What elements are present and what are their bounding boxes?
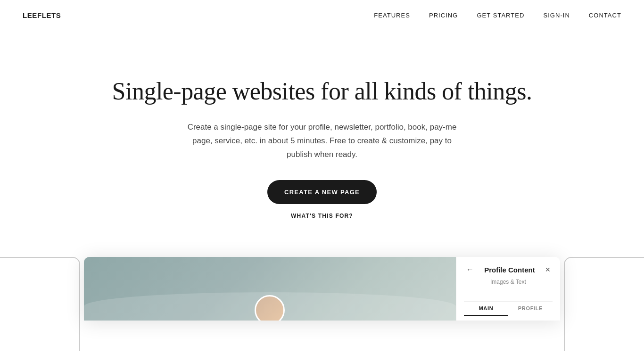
panel-back-button[interactable]: ← xyxy=(464,263,476,276)
hero-title: Single-page websites for all kinds of th… xyxy=(112,77,532,106)
nav-item-features[interactable]: FEATURES xyxy=(374,11,410,19)
panel-header: ← Profile Content ✕ xyxy=(464,263,553,276)
hero-section: Single-page websites for all kinds of th… xyxy=(0,30,644,247)
panel-subtitle: Images & Text xyxy=(490,279,526,285)
main-nav: LEEFLETS FEATURES PRICING GET STARTED SI… xyxy=(0,0,644,30)
panel-title: Profile Content xyxy=(476,266,543,274)
frame-right xyxy=(564,257,644,351)
whats-this-for-link[interactable]: WHAT'S THIS FOR? xyxy=(291,213,353,219)
avatar xyxy=(255,295,285,321)
nav-item-get-started[interactable]: GET STARTED xyxy=(477,11,524,19)
preview-split: ← Profile Content ✕ Images & Text MAIN P… xyxy=(84,257,560,321)
panel-tabs: MAIN PROFILE xyxy=(464,301,553,316)
hero-subtitle: Create a single-page site for your profi… xyxy=(185,121,459,162)
nav-links: FEATURES PRICING GET STARTED SIGN-IN CON… xyxy=(374,11,621,19)
tab-profile[interactable]: PROFILE xyxy=(508,302,553,316)
profile-content-panel: ← Profile Content ✕ Images & Text MAIN P… xyxy=(456,257,560,321)
nav-link-features[interactable]: FEATURES xyxy=(374,12,410,19)
brand-logo[interactable]: LEEFLETS xyxy=(23,11,61,19)
panel-close-button[interactable]: ✕ xyxy=(543,265,553,274)
frame-left xyxy=(0,257,80,351)
preview-section: ← Profile Content ✕ Images & Text MAIN P… xyxy=(0,257,644,321)
nav-link-pricing[interactable]: PRICING xyxy=(429,12,458,19)
nav-link-get-started[interactable]: GET STARTED xyxy=(477,12,524,19)
profile-background xyxy=(84,257,456,321)
nav-item-sign-in[interactable]: SIGN-IN xyxy=(543,11,570,19)
nav-link-sign-in[interactable]: SIGN-IN xyxy=(543,12,570,19)
preview-browser: ← Profile Content ✕ Images & Text MAIN P… xyxy=(84,257,560,321)
nav-link-contact[interactable]: CONTACT xyxy=(589,12,621,19)
create-page-button[interactable]: CREATE A NEW PAGE xyxy=(267,180,377,204)
nav-item-pricing[interactable]: PRICING xyxy=(429,11,458,19)
nav-item-contact[interactable]: CONTACT xyxy=(589,11,621,19)
tab-main[interactable]: MAIN xyxy=(464,302,508,316)
